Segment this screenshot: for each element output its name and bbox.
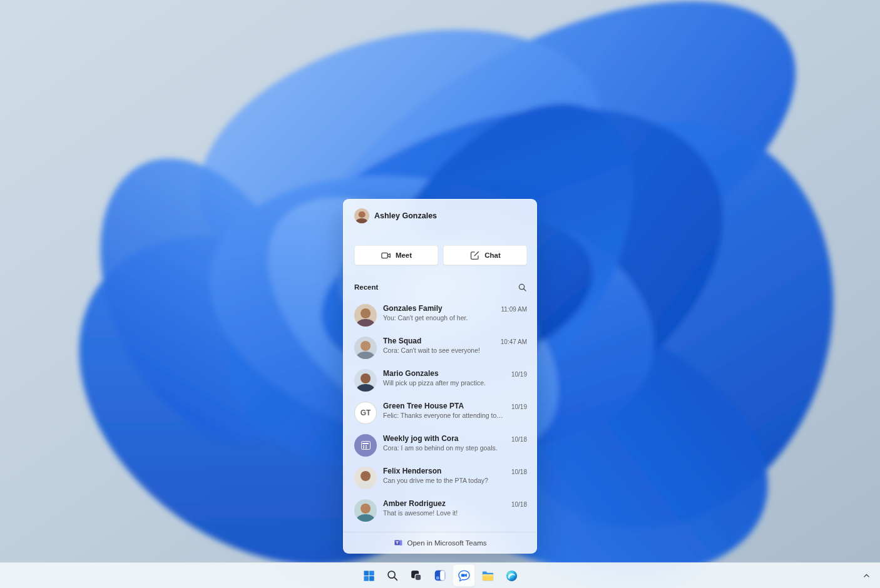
widgets-button[interactable] <box>429 564 451 587</box>
conversation-avatar <box>354 434 377 457</box>
file-explorer-icon <box>481 569 495 583</box>
conversation-title: The Squad <box>383 337 494 346</box>
taskbar-overflow-button[interactable] <box>857 567 875 584</box>
conversation-time: 10/18 <box>511 435 527 444</box>
start-button[interactable] <box>357 564 380 587</box>
conversation-avatar <box>354 499 377 522</box>
search-button[interactable] <box>381 564 404 587</box>
conversation-preview: Will pick up pizza after my practice. <box>383 378 505 387</box>
conversation-row[interactable]: Weekly jog with Cora Cora: I am so behin… <box>354 429 527 462</box>
magnifier-icon <box>518 283 527 292</box>
edge-button[interactable] <box>500 564 523 587</box>
conversation-preview: That is awesome! Love it! <box>383 509 505 517</box>
chat-button-label: Chat <box>484 251 501 259</box>
widgets-icon <box>433 569 447 582</box>
conversation-preview: Felic: Thanks everyone for attending tod… <box>383 411 505 420</box>
user-avatar[interactable] <box>354 208 369 223</box>
conversation-avatar: GT <box>354 402 377 424</box>
conversation-avatar <box>354 369 377 392</box>
conversation-title: Amber Rodriguez <box>383 499 505 509</box>
conversation-time: 11:09 AM <box>501 305 527 314</box>
conversation-list: Gonzales Family You: Can't get enough of… <box>354 299 527 527</box>
conversation-title: Green Tree House PTA <box>383 402 505 411</box>
chevron-up-icon <box>862 572 871 580</box>
calendar-icon <box>361 441 371 450</box>
taskbar <box>0 562 880 588</box>
flyout-actions: Meet Chat <box>354 245 527 265</box>
conversation-row[interactable]: GT Green Tree House PTA Felic: Thanks ev… <box>354 397 527 429</box>
conversation-text: Mario Gonzales Will pick up pizza after … <box>383 369 505 387</box>
conversation-text: Amber Rodriguez That is awesome! Love it… <box>383 499 505 517</box>
conversation-time: 10/19 <box>511 402 527 412</box>
chat-button[interactable]: Chat <box>443 245 527 265</box>
meet-button[interactable]: Meet <box>354 245 438 265</box>
taskbar-icon-group <box>357 564 523 587</box>
conversation-preview: Cora: Can't wait to see everyone! <box>383 346 494 355</box>
conversation-avatar <box>354 337 377 359</box>
task-view-icon <box>409 569 423 582</box>
open-in-teams-label: Open in Microsoft Teams <box>407 539 487 547</box>
file-explorer-button[interactable] <box>476 564 499 587</box>
open-in-teams-button[interactable]: Open in Microsoft Teams <box>390 537 491 548</box>
conversation-avatar <box>354 467 377 489</box>
teams-logo-icon <box>394 538 403 547</box>
chat-icon <box>457 569 471 583</box>
conversation-avatar <box>354 304 377 327</box>
search-icon[interactable] <box>518 283 527 292</box>
desktop: Ashley Gonzales Meet Chat Recent <box>0 0 880 588</box>
conversation-preview: You: Can't get enough of her. <box>383 313 494 322</box>
conversation-row[interactable]: Felix Henderson Can you drive me to the … <box>354 462 527 494</box>
conversation-time: 10/18 <box>511 467 527 477</box>
conversation-row[interactable]: Gonzales Family You: Can't get enough of… <box>354 299 527 332</box>
video-camera-icon <box>381 250 391 261</box>
flyout-footer: Open in Microsoft Teams <box>344 532 536 553</box>
conversation-preview: Cora: I am so behind on my step goals. <box>383 444 505 452</box>
conversation-text: Gonzales Family You: Can't get enough of… <box>383 304 494 322</box>
flyout-header: Ashley Gonzales <box>354 208 527 223</box>
conversation-text: Felix Henderson Can you drive me to the … <box>383 467 505 485</box>
conversation-text: Green Tree House PTA Felic: Thanks every… <box>383 402 505 420</box>
conversation-text: The Squad Cora: Can't wait to see everyo… <box>383 337 494 355</box>
conversation-row[interactable]: The Squad Cora: Can't wait to see everyo… <box>354 332 527 364</box>
conversation-time: 10/19 <box>511 370 527 379</box>
chat-button-taskbar[interactable] <box>453 564 475 587</box>
conversation-time: 10:47 AM <box>501 337 527 347</box>
conversation-title: Weekly jog with Cora <box>383 434 505 444</box>
conversation-text: Weekly jog with Cora Cora: I am so behin… <box>383 434 505 452</box>
conversation-title: Gonzales Family <box>383 304 494 313</box>
conversation-preview: Can you drive me to the PTA today? <box>383 476 505 485</box>
conversation-title: Mario Gonzales <box>383 369 505 378</box>
teams-chat-flyout: Ashley Gonzales Meet Chat Recent <box>343 199 537 554</box>
conversation-time: 10/18 <box>511 500 527 509</box>
conversation-row[interactable]: Mario Gonzales Will pick up pizza after … <box>354 364 527 397</box>
task-view-button[interactable] <box>405 564 427 587</box>
edge-icon <box>504 569 519 583</box>
conversation-title: Felix Henderson <box>383 467 505 476</box>
recent-heading: Recent <box>354 283 378 291</box>
meet-button-label: Meet <box>396 251 412 259</box>
conversation-row[interactable]: Amber Rodriguez That is awesome! Love it… <box>354 494 527 527</box>
compose-icon <box>469 250 480 261</box>
user-name: Ashley Gonzales <box>374 211 437 220</box>
start-icon <box>362 569 376 583</box>
recent-header: Recent <box>354 282 527 292</box>
search-icon <box>386 569 399 582</box>
